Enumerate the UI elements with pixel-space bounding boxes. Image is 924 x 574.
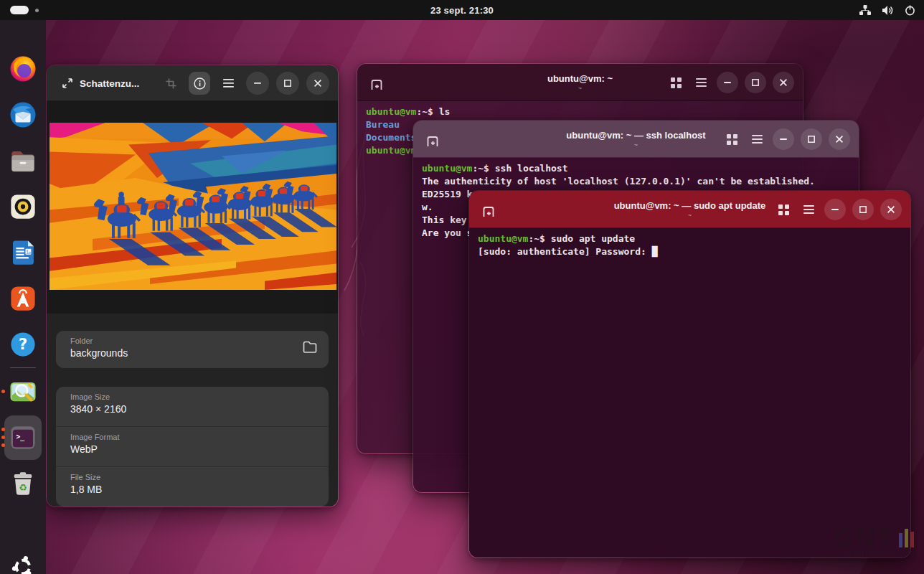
image-format-label: Image Format (70, 433, 314, 441)
svg-text:♻: ♻ (19, 482, 27, 493)
tab-grid-icon (671, 77, 682, 88)
viewer-close-button[interactable] (306, 72, 329, 95)
image-size-label: Image Size (70, 392, 314, 401)
new-tab-button[interactable] (367, 74, 386, 95)
terminal2-subtitle: ~ (634, 141, 638, 149)
terminal2-maximize-button[interactable] (801, 128, 822, 150)
menu-icon (803, 205, 814, 214)
camel-desert-image (50, 123, 336, 290)
image-size-value: 3840 × 2160 (70, 403, 314, 415)
dock-item-terminal[interactable]: >_ (7, 422, 39, 453)
fullscreen-button[interactable] (57, 72, 78, 95)
terminal1-close-button[interactable] (773, 72, 794, 93)
terminal-icon: >_ (8, 423, 38, 453)
minimize-icon (724, 82, 731, 84)
ubuntu-logo-icon (8, 552, 38, 574)
svg-text:?: ? (19, 336, 27, 353)
terminal-menu-button[interactable] (692, 72, 710, 93)
file-size-label: File Size (70, 473, 314, 481)
volume-icon (882, 5, 894, 16)
dock-item-thunderbird[interactable] (7, 99, 39, 131)
terminal3-titlebar[interactable]: ubuntu@vm: ~ — sudo apt update ~ (469, 191, 910, 228)
viewer-menu-button[interactable] (217, 72, 239, 95)
terminal2-title: ubuntu@vm: ~ — ssh localhost (566, 130, 705, 141)
dock-item-image-viewer[interactable] (7, 376, 39, 408)
dock-item-files[interactable] (7, 145, 39, 177)
new-tab-icon (481, 204, 496, 219)
folder-icon (303, 341, 317, 353)
crop-button[interactable] (160, 72, 182, 95)
watermark-bars-icon (899, 529, 914, 547)
viewer-minimize-button[interactable] (246, 72, 269, 95)
image-properties-panel: Folder backgrounds Image Size 3840 × 216… (47, 314, 338, 507)
menu-icon (223, 79, 234, 88)
thunderbird-icon (8, 100, 38, 130)
open-folder-button[interactable] (303, 341, 317, 356)
terminal-window-3: ubuntu@vm: ~ — sudo apt update ~ (468, 190, 911, 558)
viewer-maximize-button[interactable] (276, 72, 299, 95)
menu-icon (696, 78, 707, 87)
terminal1-minimize-button[interactable] (717, 72, 738, 93)
dock-item-app-center[interactable] (7, 283, 39, 314)
new-tab-icon (369, 77, 384, 92)
desktop: 23 sept. 21:30 (0, 0, 924, 574)
dock-item-help[interactable]: ? (7, 329, 39, 360)
dock-item-libreoffice-writer[interactable] (7, 237, 39, 268)
terminal3-minimize-button[interactable] (824, 199, 846, 220)
terminal-menu-button[interactable] (799, 199, 818, 220)
site-watermark: GNT generation-nt.com (833, 528, 914, 557)
image-details-card: Image Size 3840 × 2160 Image Format WebP… (56, 387, 329, 507)
dock-item-show-apps[interactable] (7, 551, 39, 574)
dock-item-rhythmbox[interactable] (7, 191, 39, 222)
wired-network-icon (859, 5, 871, 16)
new-tab-icon (425, 134, 440, 149)
terminal3-close-button[interactable] (880, 199, 902, 220)
tab-overview-button[interactable] (774, 199, 793, 220)
file-size-value: 1,8 MB (70, 484, 314, 495)
tab-overview-button[interactable] (666, 72, 685, 93)
terminal3-maximize-button[interactable] (852, 199, 874, 220)
image-stage (47, 101, 338, 314)
viewer-title: Schattenzu... (80, 78, 139, 89)
terminal1-titlebar[interactable]: ubuntu@vm: ~ ~ (357, 64, 803, 101)
top-bar: 23 sept. 21:30 (0, 0, 924, 20)
image-viewer-titlebar[interactable]: Schattenzu... (47, 65, 338, 101)
maximize-icon (752, 79, 759, 86)
terminal2-close-button[interactable] (829, 128, 850, 150)
minimize-icon (831, 209, 839, 211)
tab-overview-button[interactable] (722, 128, 741, 150)
minimize-icon (780, 138, 787, 141)
firefox-icon (8, 54, 38, 84)
close-icon (887, 206, 895, 213)
terminal2-minimize-button[interactable] (773, 128, 794, 150)
maximize-icon (808, 136, 815, 143)
new-tab-button[interactable] (423, 131, 442, 152)
folder-card[interactable]: Folder backgrounds (56, 331, 329, 368)
new-tab-button[interactable] (479, 201, 498, 222)
terminal3-title: ubuntu@vm: ~ — sudo apt update (614, 200, 766, 211)
info-button[interactable] (189, 72, 210, 95)
terminal-menu-button[interactable] (748, 128, 766, 150)
image-viewer-icon (8, 377, 38, 407)
close-icon (836, 136, 843, 143)
terminal3-output[interactable]: ubuntu@vm:~$ sudo apt update[sudo: authe… (469, 228, 910, 557)
terminal1-subtitle: ~ (578, 85, 582, 92)
help-icon: ? (8, 329, 38, 359)
dock: ? >_ (0, 20, 46, 574)
terminal1-maximize-button[interactable] (745, 72, 766, 93)
terminal3-subtitle: ~ (688, 212, 692, 219)
power-icon (905, 5, 915, 16)
clock[interactable]: 23 sept. 21:30 (0, 5, 924, 16)
image-viewer-window: Schattenzu... (46, 65, 339, 507)
dock-item-trash[interactable]: ♻ (7, 468, 39, 499)
minimize-icon (254, 83, 261, 85)
svg-text:>_: >_ (16, 433, 24, 441)
info-icon (194, 77, 206, 90)
tab-grid-icon (778, 204, 789, 215)
rhythmbox-icon (8, 192, 38, 222)
terminal2-titlebar[interactable]: ubuntu@vm: ~ — ssh localhost ~ (413, 121, 859, 158)
system-tray[interactable] (859, 0, 915, 20)
dock-item-firefox[interactable] (7, 53, 39, 85)
maximize-icon (284, 80, 291, 87)
fullscreen-icon (62, 77, 73, 89)
